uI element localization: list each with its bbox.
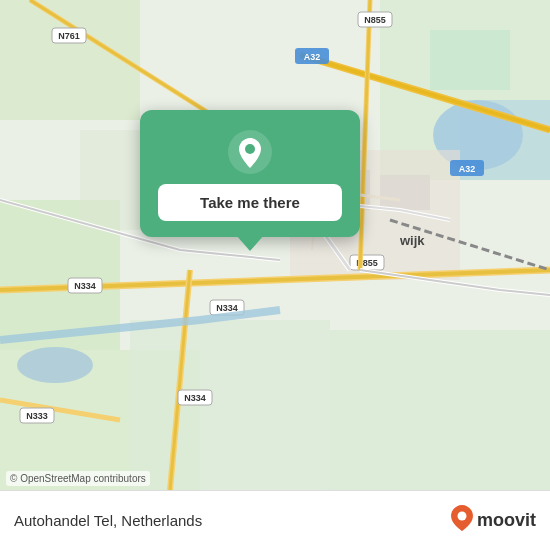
svg-text:wijk: wijk bbox=[399, 233, 425, 248]
location-pin-icon bbox=[228, 130, 272, 174]
svg-rect-3 bbox=[430, 30, 510, 90]
svg-text:N855: N855 bbox=[364, 15, 386, 25]
svg-point-37 bbox=[245, 144, 255, 154]
svg-text:N333: N333 bbox=[26, 411, 48, 421]
moovit-pin-icon bbox=[451, 505, 473, 537]
moovit-logo: moovit bbox=[451, 505, 536, 537]
location-name: Autohandel Tel, Netherlands bbox=[14, 512, 202, 529]
svg-rect-8 bbox=[330, 330, 550, 490]
svg-text:A32: A32 bbox=[459, 164, 476, 174]
map-container: A32 A32 N334 N334 N334 N334 N855 N855 N7… bbox=[0, 0, 550, 490]
take-me-there-button[interactable]: Take me there bbox=[158, 184, 342, 221]
svg-text:N334: N334 bbox=[216, 303, 238, 313]
svg-text:N761: N761 bbox=[58, 31, 80, 41]
svg-point-11 bbox=[17, 347, 93, 383]
svg-text:N334: N334 bbox=[74, 281, 96, 291]
svg-rect-1 bbox=[0, 0, 140, 120]
svg-point-38 bbox=[457, 511, 466, 520]
map-attribution: © OpenStreetMap contributors bbox=[6, 471, 150, 486]
map-popup: Take me there bbox=[140, 110, 360, 237]
moovit-brand-name: moovit bbox=[477, 510, 536, 531]
svg-rect-14 bbox=[380, 175, 430, 210]
info-bar: Autohandel Tel, Netherlands moovit bbox=[0, 490, 550, 550]
svg-text:N334: N334 bbox=[184, 393, 206, 403]
svg-text:A32: A32 bbox=[304, 52, 321, 62]
svg-rect-7 bbox=[130, 320, 330, 490]
